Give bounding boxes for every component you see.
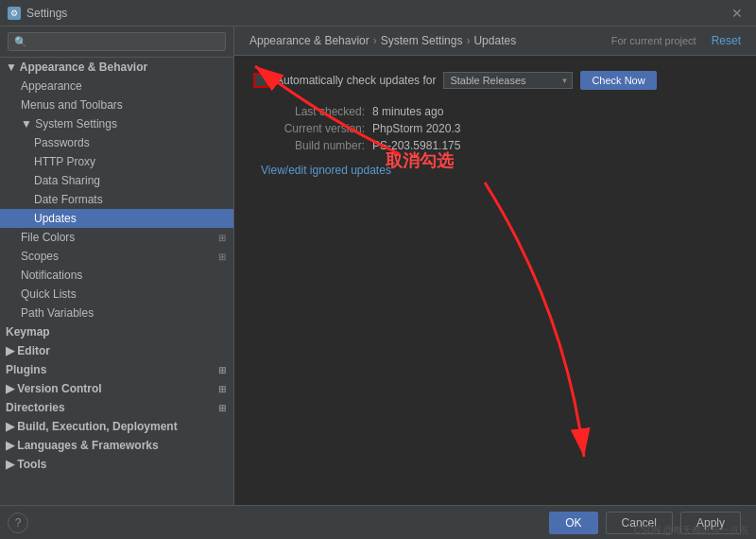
sidebar-item-system-settings[interactable]: ▼ System Settings <box>0 114 233 133</box>
sidebar-item-scopes[interactable]: Scopes⊞ <box>0 247 233 266</box>
last-checked-label: Last checked: <box>261 105 365 118</box>
sidebar-item-menus-toolbars[interactable]: Menus and Toolbars <box>0 96 233 114</box>
sidebar-item-label-plugins: Plugins <box>6 363 46 376</box>
sidebar-item-badge-version-control: ⊞ <box>218 384 226 394</box>
build-number-value: PS-203.5981.175 <box>372 139 460 152</box>
title-bar-left: ⚙ Settings <box>8 7 67 20</box>
breadcrumb-current: Updates <box>473 34 516 47</box>
sidebar-item-label-file-colors: File Colors <box>21 231 75 244</box>
app-icon: ⚙ <box>8 7 21 20</box>
current-version-row: Current version: PhpStorm 2020.3 <box>261 122 737 135</box>
build-number-row: Build number: PS-203.5981.175 <box>261 139 737 152</box>
sidebar-item-quick-lists[interactable]: Quick Lists <box>0 285 233 304</box>
info-grid: Last checked: 8 minutes ago Current vers… <box>261 105 737 152</box>
sidebar-item-label-editor: ▶ Editor <box>6 344 50 357</box>
content-body: Automatically check updates for Stable R… <box>234 56 756 505</box>
auto-check-row: Automatically check updates for Stable R… <box>253 71 737 90</box>
sidebar-item-label-data-sharing: Data Sharing <box>34 174 100 187</box>
sidebar: ▼ Appearance & BehaviorAppearanceMenus a… <box>0 26 234 505</box>
sidebar-item-languages-frameworks[interactable]: ▶ Languages & Frameworks <box>0 436 233 455</box>
sidebar-item-plugins[interactable]: Plugins⊞ <box>0 360 233 379</box>
last-checked-value: 8 minutes ago <box>372 105 443 118</box>
sidebar-item-label-system-settings: ▼ System Settings <box>21 117 117 130</box>
check-now-button[interactable]: Check Now <box>580 71 656 90</box>
sidebar-item-file-colors[interactable]: File Colors⊞ <box>0 228 233 247</box>
sidebar-item-notifications[interactable]: Notifications <box>0 266 233 285</box>
sidebar-item-label-scopes: Scopes <box>21 250 59 263</box>
sidebar-item-badge-scopes: ⊞ <box>218 252 226 262</box>
channel-select-wrapper: Stable ReleasesEarly Access ProgramPatch… <box>443 72 573 89</box>
help-button[interactable]: ? <box>8 513 28 533</box>
sidebar-item-label-path-variables: Path Variables <box>21 306 94 320</box>
watermark: CSDN @每天都进步一点点 <box>634 524 748 537</box>
auto-check-checkbox[interactable] <box>253 73 268 88</box>
channel-select[interactable]: Stable ReleasesEarly Access ProgramPatch… <box>443 72 573 89</box>
breadcrumb: Appearance & Behavior › System Settings … <box>249 34 516 47</box>
content-header: Appearance & Behavior › System Settings … <box>234 26 756 56</box>
sidebar-item-label-build-execution: ▶ Build, Execution, Deployment <box>6 420 178 433</box>
sidebar-item-keymap[interactable]: Keymap <box>0 322 233 341</box>
sidebar-item-label-http-proxy: HTTP Proxy <box>34 155 95 168</box>
ok-button[interactable]: OK <box>549 512 597 534</box>
sidebar-item-label-keymap: Keymap <box>6 325 50 339</box>
sidebar-tree: ▼ Appearance & BehaviorAppearanceMenus a… <box>0 58 233 474</box>
sidebar-item-path-variables[interactable]: Path Variables <box>0 304 233 322</box>
sidebar-item-updates[interactable]: Updates <box>0 209 233 228</box>
last-checked-row: Last checked: 8 minutes ago <box>261 105 737 118</box>
main-layout: ▼ Appearance & BehaviorAppearanceMenus a… <box>0 26 756 505</box>
sidebar-item-appearance-behavior[interactable]: ▼ Appearance & Behavior <box>0 58 233 77</box>
sidebar-item-date-formats[interactable]: Date Formats <box>0 190 233 209</box>
breadcrumb-part1: Appearance & Behavior <box>249 34 369 47</box>
sidebar-item-badge-directories: ⊞ <box>218 403 226 413</box>
content-area: Appearance & Behavior › System Settings … <box>234 26 756 505</box>
search-box <box>0 26 233 58</box>
title-bar: ⚙ Settings ✕ <box>0 0 756 26</box>
for-project-label: For current project <box>611 35 696 46</box>
sidebar-item-label-date-formats: Date Formats <box>34 193 103 206</box>
sidebar-item-data-sharing[interactable]: Data Sharing <box>0 171 233 190</box>
search-input[interactable] <box>8 32 226 51</box>
sidebar-item-label-appearance-behavior: ▼ Appearance & Behavior <box>6 61 147 74</box>
sidebar-item-label-updates: Updates <box>34 212 77 225</box>
sidebar-item-label-notifications: Notifications <box>21 269 82 282</box>
sidebar-item-passwords[interactable]: Passwords <box>0 133 233 152</box>
sidebar-item-label-version-control: ▶ Version Control <box>6 382 102 395</box>
sidebar-item-label-appearance: Appearance <box>21 79 82 93</box>
view-ignored-link[interactable]: View/edit ignored updates <box>261 164 391 177</box>
sidebar-item-label-menus-toolbars: Menus and Toolbars <box>21 98 123 112</box>
sidebar-item-tools[interactable]: ▶ Tools <box>0 455 233 474</box>
current-version-value: PhpStorm 2020.3 <box>372 122 460 135</box>
breadcrumb-part2: System Settings <box>381 34 463 47</box>
build-number-label: Build number: <box>261 139 365 152</box>
current-version-label: Current version: <box>261 122 365 135</box>
close-button[interactable]: ✕ <box>726 4 748 23</box>
sidebar-item-editor[interactable]: ▶ Editor <box>0 341 233 360</box>
sidebar-item-badge-file-colors: ⊞ <box>218 233 226 243</box>
window-title: Settings <box>26 7 67 20</box>
sidebar-item-label-languages-frameworks: ▶ Languages & Frameworks <box>6 439 159 452</box>
sidebar-item-label-quick-lists: Quick Lists <box>21 287 77 301</box>
sidebar-item-label-directories: Directories <box>6 401 65 414</box>
sidebar-item-badge-plugins: ⊞ <box>218 365 226 375</box>
sidebar-item-appearance[interactable]: Appearance <box>0 77 233 96</box>
breadcrumb-sep1: › <box>373 34 377 47</box>
reset-button[interactable]: Reset <box>712 34 741 47</box>
sidebar-item-directories[interactable]: Directories⊞ <box>0 398 233 417</box>
auto-check-label: Automatically check updates for <box>276 74 436 87</box>
breadcrumb-sep2: › <box>466 34 470 47</box>
sidebar-item-label-tools: ▶ Tools <box>6 458 46 471</box>
sidebar-item-build-execution[interactable]: ▶ Build, Execution, Deployment <box>0 417 233 436</box>
header-right: For current project Reset <box>611 34 741 47</box>
sidebar-item-version-control[interactable]: ▶ Version Control⊞ <box>0 379 233 398</box>
sidebar-item-http-proxy[interactable]: HTTP Proxy <box>0 152 233 171</box>
sidebar-item-label-passwords: Passwords <box>34 136 90 149</box>
